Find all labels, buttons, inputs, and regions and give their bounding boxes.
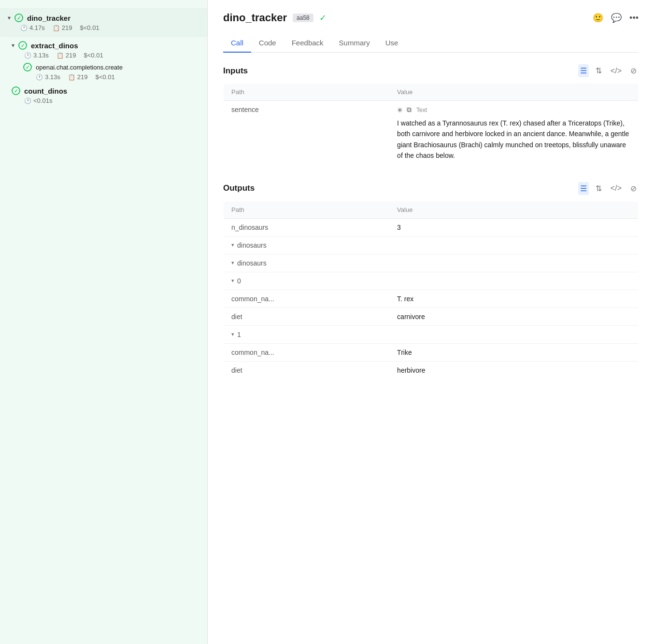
status-icon	[14, 14, 23, 22]
output-value	[389, 325, 638, 343]
table-row: ▾ 0	[224, 272, 639, 290]
hide-icon[interactable]: ⊘	[628, 182, 639, 195]
inputs-section: Inputs ☰ ⇅ </> ⊘ Path Value sentence	[223, 64, 639, 167]
sort-icon[interactable]: ⇅	[594, 64, 604, 77]
tokens-icon: 📋	[68, 74, 75, 81]
output-path: diet	[224, 361, 390, 379]
output-path: ▾ dinosaurs	[224, 254, 390, 272]
tabs: Call Code Feedback Summary Use	[223, 34, 639, 53]
output-value	[389, 236, 638, 254]
tab-call[interactable]: Call	[223, 34, 251, 53]
sidebar-item-extract-dinos[interactable]: ▾ extract_dinos 🕐 3.13s 📋 219 $<0.01	[12, 41, 207, 59]
sidebar-item-label: count_dinos	[24, 87, 67, 95]
output-value: herbivore	[389, 361, 638, 379]
clock-icon: 🕐	[36, 74, 43, 81]
table-row: common_na... T. rex	[224, 290, 639, 308]
hide-icon[interactable]: ⊘	[628, 64, 639, 77]
tab-use[interactable]: Use	[378, 34, 406, 53]
output-value	[389, 272, 638, 290]
type-badge: Text	[416, 107, 427, 113]
output-value: 3	[389, 218, 638, 236]
inputs-value-header: Value	[389, 84, 638, 101]
status-success-icon: ✓	[319, 13, 327, 23]
main-content: dino_tracker aa58 ✓ 🙂 💬 ••• Call Code Fe…	[208, 0, 654, 644]
table-row: sentence ✳ ⧉ Text I watched as a Tyranno…	[224, 101, 639, 167]
page-title: dino_tracker	[223, 12, 287, 24]
chevron-down-icon[interactable]: ▾	[8, 14, 11, 21]
output-path: ▾ dinosaurs	[224, 236, 390, 254]
chevron-down-icon[interactable]: ▾	[231, 278, 234, 284]
output-path: ▾ 0	[224, 272, 390, 290]
output-path: common_na...	[224, 343, 390, 361]
copy-icon[interactable]: ⧉	[407, 106, 412, 114]
status-icon	[12, 86, 20, 95]
clock-icon: 🕐	[20, 25, 28, 31]
code-icon[interactable]: </>	[609, 65, 624, 77]
table-row: diet herbivore	[224, 361, 639, 379]
list-icon[interactable]: ☰	[578, 182, 589, 195]
output-path: ▾ 1	[224, 325, 390, 343]
output-value: Trike	[389, 343, 638, 361]
tab-feedback[interactable]: Feedback	[284, 34, 331, 53]
output-path: diet	[224, 308, 390, 325]
header-icons: 🙂 💬 •••	[593, 13, 639, 23]
sidebar-item-openai[interactable]: openai.chat.completions.create 🕐 3.13s 📋…	[23, 63, 207, 81]
outputs-title: Outputs	[223, 183, 255, 193]
table-row: ▾ dinosaurs	[224, 236, 639, 254]
clock-icon: 🕐	[24, 52, 31, 59]
tokens-icon: 📋	[57, 52, 64, 59]
chat-icon[interactable]: 💬	[611, 13, 622, 23]
output-value: T. rex	[389, 290, 638, 308]
sort-icon[interactable]: ⇅	[594, 182, 604, 195]
status-icon	[18, 41, 27, 50]
table-row: n_dinosaurs 3	[224, 218, 639, 236]
output-path: common_na...	[224, 290, 390, 308]
table-row: common_na... Trike	[224, 343, 639, 361]
sidebar-item-label: dino_tracker	[27, 14, 71, 22]
output-value	[389, 254, 638, 272]
sidebar-item-dino-tracker[interactable]: ▾ dino_tracker 🕐 4.17s 📋 219 $<0.01	[0, 8, 207, 37]
inputs-table: Path Value sentence ✳ ⧉ Text	[223, 83, 639, 167]
input-value-sentence: ✳ ⧉ Text I watched as a Tyrannosaurus re…	[389, 101, 638, 167]
chevron-down-icon[interactable]: ▾	[231, 331, 234, 337]
status-icon	[23, 63, 32, 71]
output-value: carnivore	[389, 308, 638, 325]
tab-summary[interactable]: Summary	[331, 34, 378, 53]
snowflake-icon: ✳	[397, 106, 403, 114]
input-path-sentence: sentence	[224, 101, 390, 167]
outputs-section: Outputs ☰ ⇅ </> ⊘ Path Value n_dinosaurs	[223, 182, 639, 379]
chevron-down-icon[interactable]: ▾	[231, 242, 234, 248]
outputs-table: Path Value n_dinosaurs 3 ▾	[223, 201, 639, 379]
sidebar: ▾ dino_tracker 🕐 4.17s 📋 219 $<0.01 ▾ ex…	[0, 0, 208, 644]
sidebar-item-label: openai.chat.completions.create	[36, 64, 123, 71]
tab-code[interactable]: Code	[251, 34, 284, 53]
code-icon[interactable]: </>	[609, 182, 624, 195]
inputs-title: Inputs	[223, 66, 248, 76]
outputs-path-header: Path	[224, 201, 390, 218]
chevron-down-icon[interactable]: ▾	[12, 42, 14, 49]
list-icon[interactable]: ☰	[578, 64, 589, 77]
chevron-down-icon[interactable]: ▾	[231, 260, 234, 266]
table-row: ▾ 1	[224, 325, 639, 343]
tokens-icon: 📋	[53, 25, 60, 31]
emoji-icon[interactable]: 🙂	[593, 13, 603, 23]
output-path: n_dinosaurs	[224, 218, 390, 236]
page-header: dino_tracker aa58 ✓ 🙂 💬 •••	[223, 12, 639, 24]
table-row: diet carnivore	[224, 308, 639, 325]
sidebar-item-count-dinos[interactable]: count_dinos 🕐 <0.01s	[12, 86, 207, 104]
inputs-path-header: Path	[224, 84, 390, 101]
clock-icon: 🕐	[24, 98, 31, 104]
more-icon[interactable]: •••	[629, 13, 639, 23]
sidebar-item-label: extract_dinos	[31, 42, 78, 50]
run-badge: aa58	[293, 14, 313, 22]
outputs-value-header: Value	[389, 201, 638, 218]
input-text-content: I watched as a Tyrannosaurus rex (T. rex…	[397, 118, 630, 161]
table-row: ▾ dinosaurs	[224, 254, 639, 272]
